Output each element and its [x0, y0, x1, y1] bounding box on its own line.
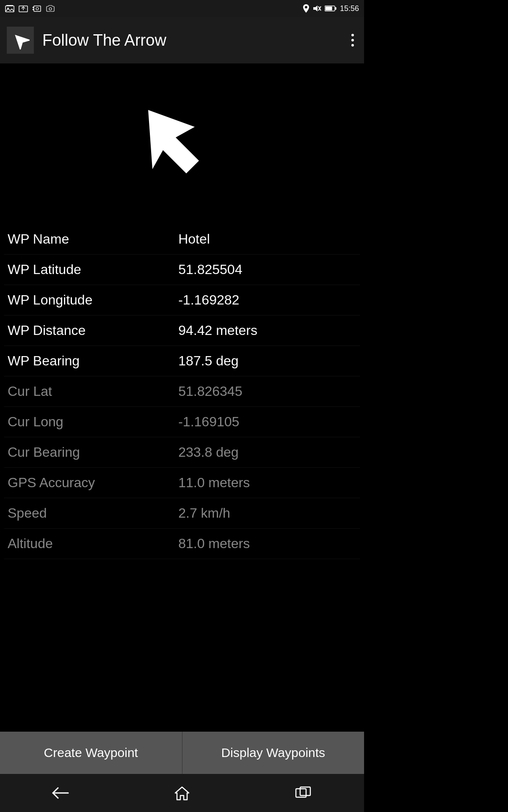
recents-icon	[294, 785, 313, 801]
direction-arrow-icon	[140, 102, 224, 186]
app-icon	[7, 27, 34, 54]
info-value-2: -1.169282	[175, 288, 360, 312]
info-row-7: Cur Bearing233.8 deg	[4, 437, 360, 468]
info-label-4: WP Bearing	[4, 349, 175, 373]
svg-rect-15	[325, 7, 332, 11]
info-label-9: Speed	[4, 501, 175, 525]
svg-rect-4	[34, 6, 41, 11]
action-bar: Follow The Arrow	[0, 17, 364, 63]
svg-point-7	[36, 8, 39, 10]
direction-arrow-area	[0, 63, 364, 224]
info-label-1: WP Latitude	[4, 258, 175, 282]
info-value-4: 187.5 deg	[175, 349, 360, 373]
info-value-10: 81.0 meters	[175, 532, 360, 556]
overflow-dot-1	[351, 34, 354, 36]
home-icon	[174, 785, 190, 801]
info-value-7: 233.8 deg	[175, 440, 360, 464]
camera-icon	[46, 5, 55, 12]
info-row-9: Speed2.7 km/h	[4, 498, 360, 529]
info-label-5: Cur Lat	[4, 379, 175, 403]
back-icon	[50, 786, 71, 800]
action-bar-left: Follow The Arrow	[7, 27, 166, 54]
info-value-9: 2.7 km/h	[175, 501, 360, 525]
info-table: WP NameHotelWP Latitude51.825504WP Longi…	[0, 224, 364, 559]
status-icons	[5, 5, 55, 12]
gps-icon	[303, 4, 309, 13]
info-label-10: Altitude	[4, 532, 175, 556]
svg-point-9	[305, 6, 307, 8]
info-label-3: WP Distance	[4, 318, 175, 343]
svg-marker-19	[175, 787, 189, 800]
overflow-dot-2	[351, 39, 354, 41]
svg-rect-1	[6, 5, 13, 6]
info-value-6: -1.169105	[175, 410, 360, 434]
info-value-8: 11.0 meters	[175, 471, 360, 495]
status-bar: 15:56	[0, 0, 364, 17]
info-label-6: Cur Long	[4, 410, 175, 434]
battery-icon	[325, 5, 337, 11]
app-arrow-icon	[11, 31, 30, 49]
recents-button[interactable]	[287, 780, 320, 806]
info-row-1: WP Latitude51.825504	[4, 255, 360, 285]
svg-rect-5	[33, 7, 34, 8]
overflow-menu-button[interactable]	[348, 30, 357, 50]
svg-marker-17	[148, 110, 199, 173]
info-value-5: 51.826345	[175, 379, 360, 403]
info-row-2: WP Longitude-1.169282	[4, 285, 360, 315]
info-value-3: 94.42 meters	[175, 318, 360, 343]
svg-rect-6	[33, 9, 34, 10]
home-button[interactable]	[165, 780, 199, 806]
svg-rect-14	[335, 7, 336, 10]
create-waypoint-button[interactable]: Create Waypoint	[0, 732, 182, 774]
info-row-4: WP Bearing187.5 deg	[4, 346, 360, 376]
camera-roll-icon	[32, 5, 41, 12]
info-label-0: WP Name	[4, 227, 175, 251]
info-label-7: Cur Bearing	[4, 440, 175, 464]
nav-bar	[0, 774, 364, 812]
info-label-2: WP Longitude	[4, 288, 175, 312]
upload-icon	[19, 5, 28, 12]
svg-marker-16	[11, 31, 30, 49]
status-time: 15:56	[340, 4, 359, 13]
display-waypoints-button[interactable]: Display Waypoints	[182, 732, 364, 774]
gallery-icon	[5, 5, 14, 12]
info-value-0: Hotel	[175, 227, 360, 251]
info-row-10: Altitude81.0 meters	[4, 529, 360, 559]
svg-point-8	[49, 8, 52, 10]
info-row-5: Cur Lat51.826345	[4, 376, 360, 407]
svg-marker-10	[313, 5, 318, 11]
svg-rect-0	[6, 6, 14, 12]
buttons-row: Create Waypoint Display Waypoints	[0, 732, 364, 774]
back-button[interactable]	[44, 780, 77, 806]
info-row-3: WP Distance94.42 meters	[4, 315, 360, 346]
status-right: 15:56	[303, 4, 359, 13]
app-title: Follow The Arrow	[42, 31, 166, 49]
info-row-8: GPS Accuracy11.0 meters	[4, 468, 360, 498]
info-row-6: Cur Long-1.169105	[4, 407, 360, 437]
mute-icon	[313, 5, 321, 12]
info-label-8: GPS Accuracy	[4, 471, 175, 495]
info-row-0: WP NameHotel	[4, 224, 360, 255]
info-value-1: 51.825504	[175, 258, 360, 282]
overflow-dot-3	[351, 44, 354, 47]
